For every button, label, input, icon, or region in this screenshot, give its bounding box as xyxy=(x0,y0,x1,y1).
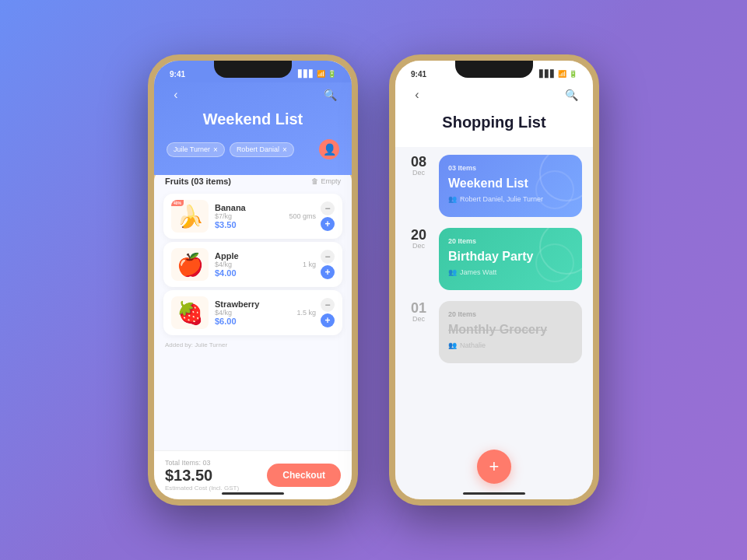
banana-info: Banana $7/kg $3.50 xyxy=(215,203,282,229)
phone-2: 9:41 ▋▋▋ 📶 🔋 ‹ 🔍 Shopping List 08 Dec xyxy=(389,54,599,506)
time-1: 9:41 xyxy=(170,70,185,79)
strawberry-controls: 1.5 kg − + xyxy=(296,298,335,327)
time-2: 9:41 xyxy=(411,70,426,79)
fab-add-button[interactable]: + xyxy=(477,450,511,484)
footer-row: Total Items: 03 $13.50 Estimated Cost (I… xyxy=(165,459,341,492)
list-card-birthday[interactable]: 20 Items Birthday Party 👥 James Watt xyxy=(439,228,582,290)
banana-emoji: 🍌 xyxy=(177,204,204,229)
back-button-2[interactable]: ‹ xyxy=(408,86,426,104)
list-card-grocery[interactable]: 20 Items Monthly Grocery 👥 Nathalie xyxy=(439,301,582,363)
tag-juile-label: Juile Turner xyxy=(174,145,210,153)
item-banana: 🍌 40% Banana $7/kg $3.50 500 gms − + xyxy=(163,194,342,239)
tag-juile-remove[interactable]: × xyxy=(213,145,218,154)
date-day-2: 01 xyxy=(406,301,431,315)
item-strawberry: 🍓 Strawberry $4/kg $6.00 1.5 kg − + xyxy=(163,290,342,335)
banana-qty: 500 gms xyxy=(289,212,316,220)
tag-robert[interactable]: Robert Danial × xyxy=(230,142,294,157)
strawberry-qty-controls: − + xyxy=(321,298,335,327)
card-items-2: 20 Items xyxy=(448,310,573,318)
card-name-2: Monthly Grocery xyxy=(448,323,573,337)
tag-juile[interactable]: Juile Turner × xyxy=(167,142,225,157)
apple-total: $4.00 xyxy=(215,268,296,278)
status-bar-1: 9:41 ▋▋▋ 📶 🔋 xyxy=(154,61,352,82)
date-day-1: 20 xyxy=(406,228,431,242)
banana-img: 🍌 40% xyxy=(171,200,209,233)
card-deco2-0 xyxy=(535,170,574,209)
members-icon-1: 👥 xyxy=(448,268,457,276)
strawberry-total: $6.00 xyxy=(215,317,290,326)
apple-img: 🍎 xyxy=(171,248,209,281)
strawberry-info: Strawberry $4/kg $6.00 xyxy=(215,299,290,326)
date-day-0: 08 xyxy=(406,155,431,169)
banana-controls: 500 gms − + xyxy=(289,201,335,231)
members-text-2: Nathalie xyxy=(460,341,486,349)
white-header: ‹ 🔍 Shopping List xyxy=(395,82,593,147)
status-icons-1: ▋▋▋ 📶 🔋 xyxy=(298,70,336,78)
strawberry-price-unit: $4/kg xyxy=(215,309,290,317)
status-bar-2: 9:41 ▋▋▋ 📶 🔋 xyxy=(395,61,593,82)
date-col-0: 08 Dec xyxy=(406,155,431,177)
signal-icon: ▋▋▋ xyxy=(298,70,314,78)
date-month-0: Dec xyxy=(406,169,431,177)
wifi-icon: 📶 xyxy=(317,70,325,78)
search-button-2[interactable]: 🔍 xyxy=(562,86,580,104)
banana-minus[interactable]: − xyxy=(321,201,335,215)
tags-row: Juile Turner × Robert Danial × xyxy=(167,142,294,157)
card-deco2-1 xyxy=(535,243,574,282)
checkout-button[interactable]: Checkout xyxy=(267,464,341,487)
signal-icon-2: ▋▋▋ xyxy=(539,70,556,78)
apple-plus[interactable]: + xyxy=(321,265,335,279)
wifi-icon-2: 📶 xyxy=(558,70,566,78)
total-price: $13.50 xyxy=(165,467,239,485)
strawberry-name: Strawberry xyxy=(215,299,290,309)
strawberry-qty: 1.5 kg xyxy=(296,309,316,317)
trash-icon: 🗑 xyxy=(311,177,318,185)
banana-total: $3.50 xyxy=(215,220,282,229)
phone-1: 9:41 ▋▋▋ 📶 🔋 ‹ 🔍 Weekend List Juile Turn… xyxy=(148,54,358,506)
battery-icon-2: 🔋 xyxy=(569,70,577,78)
empty-button[interactable]: 🗑 Empty xyxy=(311,177,341,185)
sale-badge: 40% xyxy=(171,200,184,206)
strawberry-emoji: 🍓 xyxy=(177,300,204,326)
page-title-2: Shopping List xyxy=(408,110,580,139)
apple-controls: 1 kg − + xyxy=(303,250,335,279)
status-icons-2: ▋▋▋ 📶 🔋 xyxy=(539,70,577,78)
strawberry-plus[interactable]: + xyxy=(321,313,335,327)
total-items-label: Total Items: 03 xyxy=(165,459,239,467)
apple-qty: 1 kg xyxy=(303,261,316,268)
items-scroll[interactable]: Fruits (03 items) 🗑 Empty 🍌 40% Banana $… xyxy=(154,169,352,450)
tag-robert-label: Robert Danial xyxy=(237,145,279,153)
date-col-1: 20 Dec xyxy=(406,228,431,250)
nav-row-2: ‹ 🔍 xyxy=(408,82,580,110)
add-person-button[interactable]: 👤 xyxy=(319,139,339,159)
banana-name: Banana xyxy=(215,203,282,212)
added-by-label: Added by: Julie Turner xyxy=(154,338,352,352)
banana-qty-controls: − + xyxy=(321,201,335,231)
card-members-2: 👥 Nathalie xyxy=(448,341,573,349)
strawberry-minus[interactable]: − xyxy=(321,298,335,312)
banana-plus[interactable]: + xyxy=(321,217,335,231)
battery-icon: 🔋 xyxy=(328,70,336,78)
date-month-2: Dec xyxy=(406,315,431,323)
members-icon-2: 👥 xyxy=(448,341,457,349)
list-entry-0: 08 Dec 03 Items Weekend List 👥 Robert Da… xyxy=(406,155,582,217)
banana-price-unit: $7/kg xyxy=(215,212,282,220)
apple-price-unit: $4/kg xyxy=(215,261,296,268)
apple-info: Apple $4/kg $4.00 xyxy=(215,251,296,278)
back-button-1[interactable]: ‹ xyxy=(167,86,185,104)
empty-label: Empty xyxy=(321,177,341,185)
search-button-1[interactable]: 🔍 xyxy=(321,86,339,104)
list-entry-2: 01 Dec 20 Items Monthly Grocery 👥 Nathal… xyxy=(406,301,582,363)
strawberry-img: 🍓 xyxy=(171,296,209,329)
list-card-weekend[interactable]: 03 Items Weekend List 👥 Robert Daniel, J… xyxy=(439,155,582,217)
estimated-label: Estimated Cost (Incl. GST) xyxy=(165,485,239,492)
page-title-1: Weekend List xyxy=(167,110,339,128)
blue-header: ‹ 🔍 Weekend List Juile Turner × Robert D… xyxy=(154,82,352,175)
section-title: Fruits (03 items) xyxy=(165,177,231,186)
tag-robert-remove[interactable]: × xyxy=(282,145,287,154)
lists-scroll[interactable]: 08 Dec 03 Items Weekend List 👥 Robert Da… xyxy=(395,147,593,499)
members-icon-0: 👥 xyxy=(448,195,457,203)
apple-minus[interactable]: − xyxy=(321,250,335,264)
nav-row-1: ‹ 🔍 xyxy=(167,82,339,110)
home-indicator-1 xyxy=(222,492,284,495)
